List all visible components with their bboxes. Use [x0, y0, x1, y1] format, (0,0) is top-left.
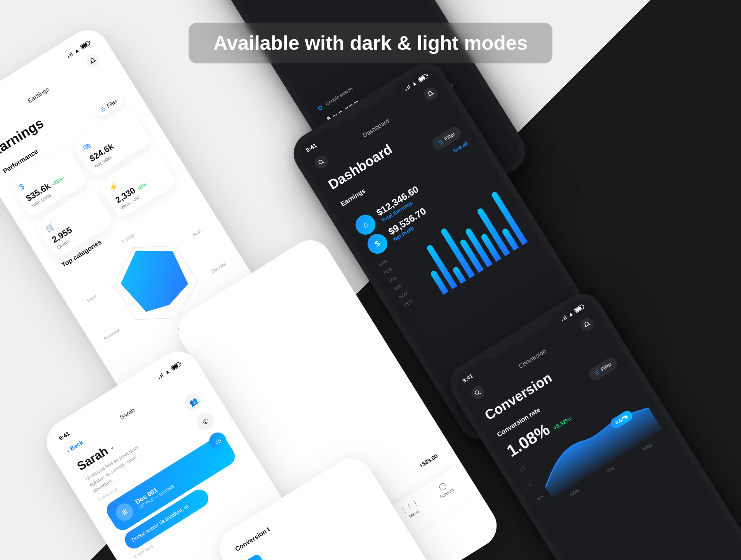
trend-bar — [244, 553, 268, 560]
dot-icon — [317, 105, 323, 111]
chevron-down-icon: ⌄ — [107, 443, 116, 451]
file-icon: ≣ — [112, 500, 136, 524]
filter-icon: ☰ — [594, 369, 601, 377]
filter-icon: ☰ — [437, 138, 445, 146]
filter-label: Filter — [106, 98, 119, 109]
filter-icon: ☰ — [100, 105, 107, 113]
headline-pill: Available with dark & light modes — [189, 23, 552, 63]
headline-text: Available with dark & light modes — [213, 32, 528, 54]
product-amount: +$89.00 — [418, 453, 439, 469]
tab-account[interactable]: ◯Account — [433, 479, 459, 506]
call-button[interactable]: ✆ — [193, 409, 217, 433]
